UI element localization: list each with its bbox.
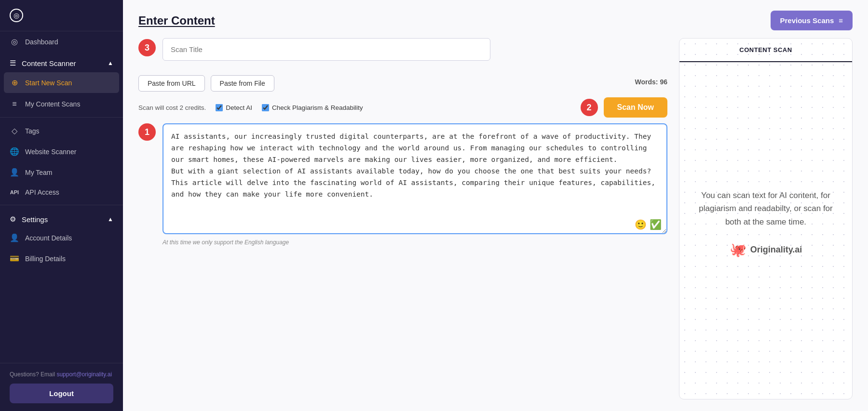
plagiarism-checkbox[interactable] <box>262 104 269 111</box>
english-note: At this time we only support the English… <box>163 239 667 246</box>
sidebar-item-tags[interactable]: ◇ Tags <box>0 120 123 141</box>
scan-now-wrapper: 2 Scan Now <box>581 97 667 118</box>
my-team-icon: 👤 <box>10 168 19 177</box>
tags-icon: ◇ <box>10 126 19 135</box>
step1-badge: 1 <box>138 123 156 141</box>
prev-scans-icon: ≡ <box>839 16 843 25</box>
paste-from-url-button[interactable]: Paste from URL <box>138 75 205 92</box>
sidebar-item-label: Account Details <box>25 234 72 242</box>
left-panel: 3 Paste from URL Paste from File Words: … <box>138 38 667 399</box>
content-scanner-chevron: ▲ <box>108 60 113 66</box>
sidebar-item-dashboard[interactable]: ◎ Dashboard <box>0 31 123 52</box>
paste-buttons-row: Paste from URL Paste from File Words: 96 <box>138 75 667 92</box>
sidebar-item-label: API Access <box>25 188 59 196</box>
detect-ai-option[interactable]: Detect AI <box>216 104 252 111</box>
sidebar-footer: Questions? Email support@originality.ai … <box>0 363 123 411</box>
page-title: Enter Content <box>138 14 215 27</box>
website-scanner-icon: 🌐 <box>10 147 19 156</box>
previous-scans-button[interactable]: Previous Scans ≡ <box>771 11 853 30</box>
sidebar-item-label: My Content Scans <box>25 100 80 108</box>
settings-label: Settings <box>22 215 48 224</box>
sidebar-item-account-details[interactable]: 👤 Account Details <box>0 227 123 248</box>
sidebar-logo: ◎ <box>0 0 123 31</box>
sidebar-item-start-new-scan[interactable]: ⊕ Start New Scan <box>4 72 119 93</box>
settings-chevron: ▲ <box>108 216 113 223</box>
originality-logo-text: Originality.ai <box>750 245 802 255</box>
main-content: Enter Content Previous Scans ≡ 3 Paste f… <box>123 0 868 411</box>
right-panel: CONTENT SCAN You can scan text for AI co… <box>679 38 853 399</box>
settings-icon: ⚙ <box>10 215 16 224</box>
sidebar-item-label: Tags <box>25 127 40 135</box>
sidebar-item-billing-details[interactable]: 💳 Billing Details <box>0 248 123 269</box>
support-text: Questions? Email support@originality.ai <box>10 371 113 378</box>
scan-title-input[interactable] <box>163 38 490 61</box>
logo-icon: ◎ <box>10 9 23 22</box>
sidebar-section-content-scanner[interactable]: ☰ Content Scanner ▲ <box>0 52 123 71</box>
sidebar-section-settings[interactable]: ⚙ Settings ▲ <box>0 208 123 227</box>
sidebar-item-api-access[interactable]: API API Access <box>0 183 123 202</box>
emoji-check-icon: ✅ <box>650 219 662 230</box>
account-details-icon: 👤 <box>10 233 19 242</box>
content-scanner-icon: ☰ <box>10 59 16 67</box>
sidebar-item-label: Start New Scan <box>25 79 72 87</box>
right-panel-tabs: CONTENT SCAN <box>679 39 852 62</box>
sidebar-item-my-content-scans[interactable]: ≡ My Content Scans <box>0 94 123 114</box>
api-access-icon: API <box>10 189 19 195</box>
sidebar-item-my-team[interactable]: 👤 My Team <box>0 162 123 183</box>
originality-logo-icon: 🐙 <box>730 242 746 258</box>
logout-button[interactable]: Logout <box>10 384 113 403</box>
right-panel-description: You can scan text for AI content, for pl… <box>694 189 838 228</box>
paste-from-file-button[interactable]: Paste from File <box>211 75 274 92</box>
emoji-grammarly-icon: 🙂 <box>635 219 647 230</box>
detect-ai-checkbox[interactable] <box>216 104 223 111</box>
content-scanner-label: Content Scanner <box>22 59 76 67</box>
sidebar-item-label: My Team <box>25 169 53 176</box>
sidebar-item-label: Website Scanner <box>25 148 76 156</box>
scan-now-button[interactable]: Scan Now <box>604 97 667 118</box>
sidebar-item-website-scanner[interactable]: 🌐 Website Scanner <box>0 141 123 162</box>
words-count: Words: 96 <box>635 78 667 86</box>
cost-text: Scan will cost 2 credits. <box>138 104 206 111</box>
plagiarism-option[interactable]: Check Plagiarism & Readability <box>262 104 363 111</box>
my-content-scans-icon: ≡ <box>10 100 19 108</box>
main-header: Enter Content Previous Scans ≡ <box>123 0 868 38</box>
prev-scans-label: Previous Scans <box>780 16 834 25</box>
sidebar-item-label: Dashboard <box>25 38 58 46</box>
detect-ai-label: Detect AI <box>226 104 252 111</box>
content-textarea[interactable]: AI assistants, our increasingly trusted … <box>163 123 667 234</box>
billing-details-icon: 💳 <box>10 254 19 263</box>
right-panel-body: You can scan text for AI content, for pl… <box>679 62 852 384</box>
step2-badge: 2 <box>581 99 598 116</box>
step3-badge: 3 <box>138 39 156 56</box>
tab-content-scan[interactable]: CONTENT SCAN <box>679 39 852 62</box>
textarea-wrapper: AI assistants, our increasingly trusted … <box>163 123 667 236</box>
textarea-section: 1 AI assistants, our increasingly truste… <box>138 123 667 236</box>
content-wrapper: 3 Paste from URL Paste from File Words: … <box>123 38 868 411</box>
start-new-scan-icon: ⊕ <box>10 78 19 87</box>
originality-logo: 🐙 Originality.ai <box>730 242 802 258</box>
textarea-icons: 🙂 ✅ <box>635 219 662 230</box>
support-email-link[interactable]: support@originality.ai <box>56 371 112 378</box>
sidebar-item-label: Billing Details <box>25 255 66 263</box>
sidebar: ◎ ◎ Dashboard ☰ Content Scanner ▲ ⊕ Star… <box>0 0 123 411</box>
dashboard-icon: ◎ <box>10 37 19 46</box>
plagiarism-label: Check Plagiarism & Readability <box>272 104 363 111</box>
options-row: Scan will cost 2 credits. Detect AI Chec… <box>138 97 667 118</box>
